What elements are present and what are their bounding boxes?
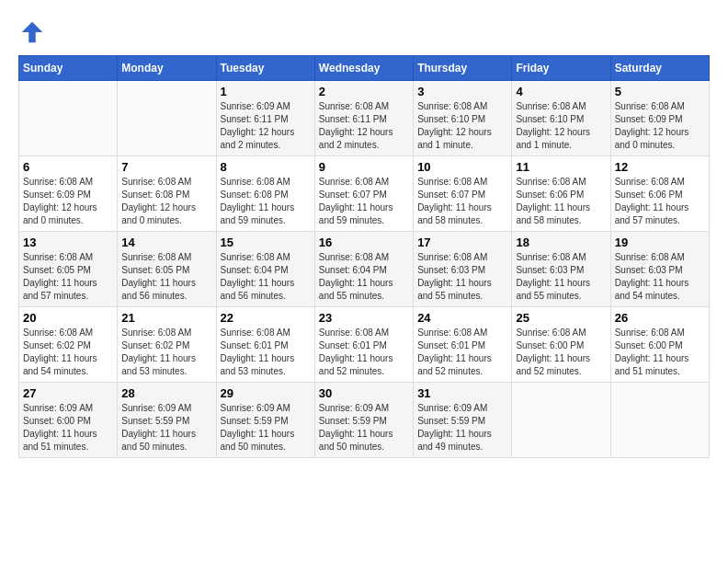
calendar-week-1: 1Sunrise: 6:09 AMSunset: 6:11 PMDaylight… — [19, 81, 710, 156]
day-header-friday: Friday — [512, 56, 610, 81]
calendar-cell: 30Sunrise: 6:09 AMSunset: 5:59 PMDayligh… — [314, 383, 413, 458]
calendar-cell: 23Sunrise: 6:08 AMSunset: 6:01 PMDayligh… — [314, 307, 413, 383]
day-number: 9 — [319, 160, 409, 174]
day-number: 1 — [221, 85, 311, 98]
calendar-cell: 6Sunrise: 6:08 AMSunset: 6:09 PMDaylight… — [19, 156, 118, 232]
calendar-cell: 8Sunrise: 6:08 AMSunset: 6:08 PMDaylight… — [216, 156, 314, 232]
calendar-cell: 3Sunrise: 6:08 AMSunset: 6:10 PMDaylight… — [414, 81, 512, 156]
day-number: 10 — [417, 160, 507, 174]
day-number: 23 — [319, 311, 409, 325]
calendar-cell: 10Sunrise: 6:08 AMSunset: 6:07 PMDayligh… — [414, 156, 512, 232]
calendar-cell: 7Sunrise: 6:08 AMSunset: 6:08 PMDaylight… — [118, 156, 216, 232]
day-detail: Sunrise: 6:08 AMSunset: 6:01 PMDaylight:… — [319, 327, 409, 378]
day-detail: Sunrise: 6:08 AMSunset: 6:09 PMDaylight:… — [615, 100, 705, 152]
day-number: 21 — [121, 311, 211, 325]
day-number: 6 — [23, 160, 113, 174]
logo — [18, 18, 48, 46]
day-detail: Sunrise: 6:08 AMSunset: 6:10 PMDaylight:… — [417, 100, 507, 152]
day-number: 7 — [121, 160, 211, 174]
calendar-cell: 16Sunrise: 6:08 AMSunset: 6:04 PMDayligh… — [314, 232, 413, 307]
header-row: SundayMondayTuesdayWednesdayThursdayFrid… — [19, 56, 710, 81]
day-detail: Sunrise: 6:08 AMSunset: 6:11 PMDaylight:… — [319, 100, 409, 152]
calendar-week-4: 20Sunrise: 6:08 AMSunset: 6:02 PMDayligh… — [19, 307, 710, 383]
day-detail: Sunrise: 6:08 AMSunset: 6:06 PMDaylight:… — [615, 176, 705, 227]
day-header-monday: Monday — [118, 56, 216, 81]
day-number: 12 — [615, 160, 705, 174]
day-detail: Sunrise: 6:08 AMSunset: 6:05 PMDaylight:… — [23, 251, 113, 303]
day-detail: Sunrise: 6:08 AMSunset: 6:00 PMDaylight:… — [615, 327, 705, 378]
day-number: 28 — [121, 386, 211, 400]
day-detail: Sunrise: 6:08 AMSunset: 6:09 PMDaylight:… — [23, 176, 113, 227]
calendar-cell: 29Sunrise: 6:09 AMSunset: 5:59 PMDayligh… — [216, 383, 314, 458]
day-detail: Sunrise: 6:08 AMSunset: 6:02 PMDaylight:… — [121, 327, 211, 378]
header — [18, 18, 710, 46]
calendar-cell: 20Sunrise: 6:08 AMSunset: 6:02 PMDayligh… — [19, 307, 118, 383]
calendar-cell: 13Sunrise: 6:08 AMSunset: 6:05 PMDayligh… — [19, 232, 118, 307]
calendar-cell: 31Sunrise: 6:09 AMSunset: 5:59 PMDayligh… — [414, 383, 512, 458]
day-detail: Sunrise: 6:09 AMSunset: 5:59 PMDaylight:… — [417, 402, 507, 454]
day-number: 3 — [417, 85, 507, 98]
calendar-cell — [512, 383, 610, 458]
day-number: 25 — [516, 311, 606, 325]
day-detail: Sunrise: 6:08 AMSunset: 6:01 PMDaylight:… — [417, 327, 507, 378]
day-number: 20 — [23, 311, 113, 325]
day-detail: Sunrise: 6:08 AMSunset: 6:03 PMDaylight:… — [516, 251, 606, 303]
day-number: 30 — [319, 386, 409, 400]
day-number: 13 — [23, 236, 113, 249]
day-number: 27 — [23, 386, 113, 400]
day-number: 11 — [516, 160, 606, 174]
day-detail: Sunrise: 6:09 AMSunset: 6:11 PMDaylight:… — [221, 100, 311, 152]
day-detail: Sunrise: 6:08 AMSunset: 6:07 PMDaylight:… — [417, 176, 507, 227]
calendar-cell: 27Sunrise: 6:09 AMSunset: 6:00 PMDayligh… — [19, 383, 118, 458]
calendar-week-2: 6Sunrise: 6:08 AMSunset: 6:09 PMDaylight… — [19, 156, 710, 232]
calendar-cell: 5Sunrise: 6:08 AMSunset: 6:09 PMDaylight… — [610, 81, 709, 156]
day-number: 14 — [121, 236, 211, 249]
day-number: 22 — [221, 311, 311, 325]
calendar-cell: 22Sunrise: 6:08 AMSunset: 6:01 PMDayligh… — [216, 307, 314, 383]
calendar-cell: 12Sunrise: 6:08 AMSunset: 6:06 PMDayligh… — [610, 156, 709, 232]
calendar-cell: 11Sunrise: 6:08 AMSunset: 6:06 PMDayligh… — [512, 156, 610, 232]
calendar-cell: 26Sunrise: 6:08 AMSunset: 6:00 PMDayligh… — [610, 307, 709, 383]
day-number: 29 — [221, 386, 311, 400]
calendar-week-5: 27Sunrise: 6:09 AMSunset: 6:00 PMDayligh… — [19, 383, 710, 458]
day-detail: Sunrise: 6:08 AMSunset: 6:05 PMDaylight:… — [121, 251, 211, 303]
svg-marker-0 — [22, 22, 43, 43]
day-number: 16 — [319, 236, 409, 249]
calendar-cell: 17Sunrise: 6:08 AMSunset: 6:03 PMDayligh… — [414, 232, 512, 307]
day-number: 26 — [615, 311, 705, 325]
day-detail: Sunrise: 6:08 AMSunset: 6:10 PMDaylight:… — [516, 100, 606, 152]
day-number: 8 — [221, 160, 311, 174]
logo-icon — [18, 18, 46, 46]
day-header-wednesday: Wednesday — [314, 56, 413, 81]
calendar-week-3: 13Sunrise: 6:08 AMSunset: 6:05 PMDayligh… — [19, 232, 710, 307]
day-detail: Sunrise: 6:08 AMSunset: 6:07 PMDaylight:… — [319, 176, 409, 227]
day-number: 5 — [615, 85, 705, 98]
day-detail: Sunrise: 6:09 AMSunset: 5:59 PMDaylight:… — [319, 402, 409, 454]
day-detail: Sunrise: 6:08 AMSunset: 6:00 PMDaylight:… — [516, 327, 606, 378]
calendar-header: SundayMondayTuesdayWednesdayThursdayFrid… — [19, 56, 710, 81]
calendar-cell: 21Sunrise: 6:08 AMSunset: 6:02 PMDayligh… — [118, 307, 216, 383]
calendar-cell: 28Sunrise: 6:09 AMSunset: 5:59 PMDayligh… — [118, 383, 216, 458]
day-detail: Sunrise: 6:08 AMSunset: 6:03 PMDaylight:… — [417, 251, 507, 303]
calendar-cell: 14Sunrise: 6:08 AMSunset: 6:05 PMDayligh… — [118, 232, 216, 307]
day-header-saturday: Saturday — [610, 56, 709, 81]
day-detail: Sunrise: 6:09 AMSunset: 5:59 PMDaylight:… — [121, 402, 211, 454]
calendar-table: SundayMondayTuesdayWednesdayThursdayFrid… — [18, 55, 710, 458]
day-number: 18 — [516, 236, 606, 249]
day-detail: Sunrise: 6:08 AMSunset: 6:02 PMDaylight:… — [23, 327, 113, 378]
day-detail: Sunrise: 6:09 AMSunset: 6:00 PMDaylight:… — [23, 402, 113, 454]
day-number: 4 — [516, 85, 606, 98]
day-number: 31 — [417, 386, 507, 400]
day-detail: Sunrise: 6:08 AMSunset: 6:06 PMDaylight:… — [516, 176, 606, 227]
calendar-cell: 15Sunrise: 6:08 AMSunset: 6:04 PMDayligh… — [216, 232, 314, 307]
calendar-body: 1Sunrise: 6:09 AMSunset: 6:11 PMDaylight… — [19, 81, 710, 458]
calendar-cell: 19Sunrise: 6:08 AMSunset: 6:03 PMDayligh… — [610, 232, 709, 307]
day-detail: Sunrise: 6:08 AMSunset: 6:08 PMDaylight:… — [121, 176, 211, 227]
calendar-cell: 25Sunrise: 6:08 AMSunset: 6:00 PMDayligh… — [512, 307, 610, 383]
day-detail: Sunrise: 6:08 AMSunset: 6:03 PMDaylight:… — [615, 251, 705, 303]
day-header-thursday: Thursday — [414, 56, 512, 81]
day-number: 2 — [319, 85, 409, 98]
day-detail: Sunrise: 6:08 AMSunset: 6:04 PMDaylight:… — [221, 251, 311, 303]
calendar-cell — [118, 81, 216, 156]
calendar-cell: 9Sunrise: 6:08 AMSunset: 6:07 PMDaylight… — [314, 156, 413, 232]
